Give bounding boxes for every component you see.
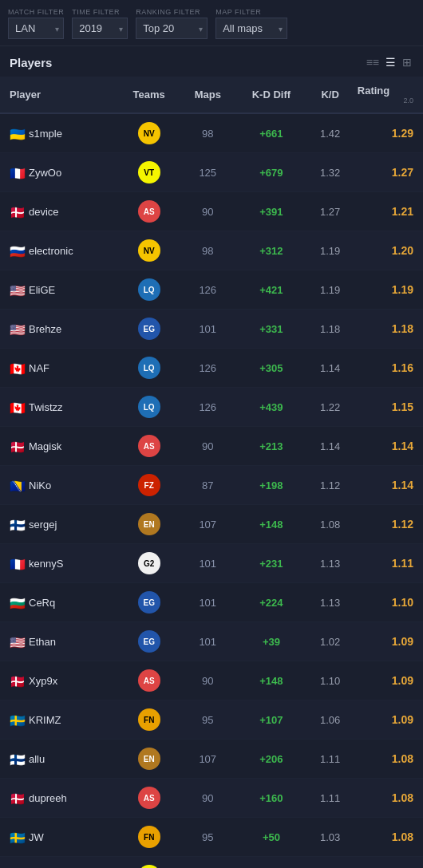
team-cell: AS (117, 661, 180, 700)
maps-count: 107 (180, 740, 235, 779)
rating-value: 1.11 (353, 544, 423, 583)
kd-diff: +439 (235, 388, 307, 427)
kd-ratio: 1.32 (307, 153, 352, 192)
table-row[interactable]: 🇫🇮 sergej EN107+1481.081.12 (0, 505, 423, 544)
maps-count: 125 (180, 153, 235, 192)
player-name: Ethan (29, 636, 56, 648)
table-row[interactable]: 🇨🇦 Twistzz LQ126+4391.221.15 (0, 388, 423, 427)
player-name: kennyS (29, 558, 63, 570)
col-player: Player (0, 77, 117, 113)
kd-diff: +119 (235, 857, 307, 869)
player-cell: 🇫🇷 ZywOo (0, 153, 117, 192)
team-logo: EG (138, 630, 160, 653)
player-cell: 🇩🇰 dupreeh (0, 779, 117, 818)
player-info: 🇧🇦 NiKo (10, 479, 113, 491)
table-row[interactable]: 🇺🇸 Ethan EG101+391.021.09 (0, 622, 423, 661)
kd-diff: +421 (235, 270, 307, 310)
team-logo: EN (138, 513, 160, 535)
team-logo: AS (138, 435, 160, 457)
player-cell: 🇫🇮 sergej (0, 505, 117, 544)
table-row[interactable]: 🇨🇦 NAF LQ126+3051.141.16 (0, 349, 423, 388)
player-name: EliGE (29, 284, 55, 296)
table-row[interactable]: 🇺🇸 Brehze EG101+3311.181.18 (0, 310, 423, 349)
team-logo: FN (138, 826, 160, 848)
player-cell: 🇧🇬 CeRq (0, 583, 117, 622)
table-row[interactable]: 🇫🇮 allu EN107+2061.111.08 (0, 740, 423, 779)
kd-ratio: 1.13 (307, 583, 352, 622)
player-flag: 🇸🇪 (10, 715, 24, 725)
rating-value: 1.20 (353, 231, 423, 270)
rating-value: 1.15 (353, 388, 423, 427)
map-filter-select[interactable]: All maps Dust2 Mirage (215, 18, 287, 39)
team-cell: G2 (117, 544, 180, 583)
player-flag: 🇺🇸 (10, 324, 24, 334)
table-row[interactable]: 🇸🇪 JW FN95+501.031.08 (0, 818, 423, 857)
kd-diff-value: +148 (259, 519, 283, 531)
table-row[interactable]: 🇧🇬 CeRq EG101+2241.131.10 (0, 583, 423, 622)
kd-diff: +661 (235, 113, 307, 153)
ranking-filter-select[interactable]: Top 20 Top 30 Top 50 (136, 18, 208, 39)
kd-diff: +331 (235, 310, 307, 349)
table-row[interactable]: 🇫🇷 shox VT105+1191.061.06 (0, 857, 423, 869)
kd-diff-value: +421 (259, 284, 283, 296)
view-icons-group: ≡≡ ☰ ⊞ (365, 54, 413, 70)
team-cell: AS (117, 779, 180, 818)
table-row[interactable]: 🇫🇷 kennyS G2101+2311.131.11 (0, 544, 423, 583)
kd-ratio: 1.06 (307, 857, 352, 869)
view-icon-grid[interactable]: ⊞ (401, 54, 413, 70)
player-name: ZywOo (29, 167, 61, 179)
kd-diff-value: +160 (259, 792, 283, 804)
player-cell: 🇫🇮 allu (0, 740, 117, 779)
kd-ratio: 1.14 (307, 349, 352, 388)
team-logo: EG (138, 318, 160, 340)
table-row[interactable]: 🇸🇪 KRIMZ FN95+1071.061.09 (0, 700, 423, 740)
table-row[interactable]: 🇩🇰 Magisk AS90+2131.141.14 (0, 427, 423, 466)
player-info: 🇸🇪 KRIMZ (10, 714, 113, 726)
table-row[interactable]: 🇩🇰 dupreeh AS90+1601.111.08 (0, 779, 423, 818)
kd-diff-value: +679 (259, 167, 283, 179)
team-cell: EG (117, 310, 180, 349)
view-icon-list[interactable]: ☰ (384, 54, 397, 70)
kd-diff: +312 (235, 231, 307, 270)
match-filter-select[interactable]: LAN Online All (8, 18, 64, 39)
view-icon-list-small[interactable]: ≡≡ (365, 54, 381, 70)
rating-value: 1.09 (353, 661, 423, 700)
player-info: 🇺🇸 EliGE (10, 284, 113, 296)
table-row[interactable]: 🇺🇸 EliGE LQ126+4211.191.19 (0, 270, 423, 310)
player-flag: 🇫🇷 (10, 168, 24, 178)
table-row[interactable]: 🇫🇷 ZywOo VT125+6791.321.27 (0, 153, 423, 192)
kd-diff: +107 (235, 700, 307, 740)
player-flag: 🇫🇷 (10, 558, 24, 569)
table-row[interactable]: 🇧🇦 NiKo FZ87+1981.121.14 (0, 466, 423, 505)
ranking-filter-group: RANKING FILTER Top 20 Top 30 Top 50 (136, 8, 208, 39)
table-row[interactable]: 🇩🇰 Xyp9x AS90+1481.101.09 (0, 661, 423, 700)
team-cell: EG (117, 622, 180, 661)
player-name: Magisk (29, 440, 61, 452)
player-cell: 🇨🇦 NAF (0, 349, 117, 388)
kd-diff-value: +148 (259, 675, 283, 687)
time-filter-select[interactable]: 2019 2020 2018 (72, 18, 128, 39)
player-name: NiKo (29, 479, 51, 491)
kd-ratio: 1.27 (307, 192, 352, 231)
section-title: Players (10, 56, 52, 69)
kd-diff: +206 (235, 740, 307, 779)
team-logo: VT (138, 161, 160, 183)
team-logo: NV (138, 239, 160, 262)
map-filter-wrapper: All maps Dust2 Mirage (215, 18, 287, 39)
table-row[interactable]: 🇺🇦 s1mple NV98+6611.421.29 (0, 113, 423, 153)
team-logo: LQ (138, 357, 160, 379)
player-flag: 🇩🇰 (10, 441, 24, 452)
player-name: s1mple (29, 128, 62, 140)
kd-diff: +50 (235, 818, 307, 857)
table-row[interactable]: 🇩🇰 device AS90+3911.271.21 (0, 192, 423, 231)
player-info: 🇫🇷 kennyS (10, 558, 113, 570)
rating-value: 1.08 (353, 779, 423, 818)
team-logo: FZ (138, 474, 160, 496)
player-info: 🇫🇮 allu (10, 753, 113, 765)
maps-count: 105 (180, 857, 235, 869)
table-row[interactable]: 🇷🇺 electronic NV98+3121.191.20 (0, 231, 423, 270)
kd-ratio: 1.19 (307, 270, 352, 310)
col-kd-diff: K-D Diff (235, 77, 307, 113)
map-filter-label: MAP FILTER (215, 8, 287, 16)
kd-ratio: 1.08 (307, 505, 352, 544)
